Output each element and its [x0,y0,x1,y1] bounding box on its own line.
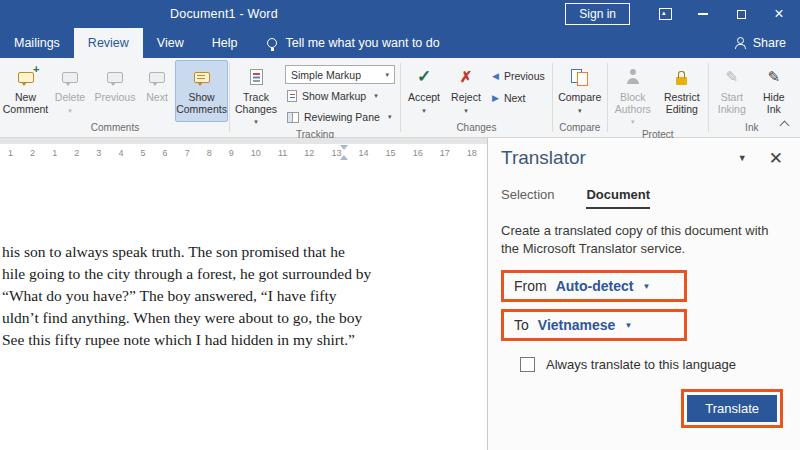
tell-me-label: Tell me what you want to do [285,36,439,50]
horizontal-ruler[interactable]: 12123456789101112131415161718 [0,144,487,161]
to-language-dropdown[interactable]: To Vietnamese ▼ [501,309,687,341]
indent-marker[interactable] [340,145,349,160]
ribbon-group-compare: Compare ▾ Compare [554,58,606,137]
share-button[interactable]: Share [734,28,786,58]
document-line: “What do you have?” The boy answered, “I… [2,285,487,307]
share-label: Share [753,36,786,50]
dropdown-caret-icon: ▾ [631,116,635,128]
ruler-number: 3 [96,148,101,158]
reject-x-icon: ✗ [460,71,473,83]
group-separator [229,63,230,132]
document-text[interactable]: his son to always speak truth. The son p… [0,241,487,351]
lightbulb-icon [267,38,277,48]
show-comments-icon [194,72,210,83]
group-label-changes: Changes [402,122,551,137]
minimize-icon [698,13,708,15]
restore-icon [737,10,746,19]
tab-review[interactable]: Review [74,28,143,58]
ribbon-group-protect: Block Authors ▾ Restrict Editing Protect [609,58,707,137]
delete-comment-button[interactable]: Delete ▾ [49,60,91,122]
ribbon-display-options-button[interactable] [646,0,684,28]
tab-help[interactable]: Help [198,28,252,58]
translator-description: Create a translated copy of this documen… [501,222,787,257]
dropdown-caret-icon: ▾ [385,71,389,79]
changes-nav-column: ◀ Previous ▶ Next [486,60,551,122]
start-inking-button[interactable]: ✎ Start Inking [710,60,754,122]
dropdown-caret-icon: ▾ [374,92,378,100]
always-translate-row: Always translate to this language [520,357,787,372]
document-area: 12123456789101112131415161718 his son to… [0,138,487,450]
minimize-button[interactable] [684,0,722,28]
hide-ink-button[interactable]: ✎ Hide Ink [754,60,794,122]
restrict-editing-button[interactable]: Restrict Editing [657,60,707,129]
restore-button[interactable] [722,0,760,28]
previous-arrow-icon: ◀ [492,71,499,81]
compare-icon [571,69,589,85]
pane-close-icon[interactable]: ✕ [765,148,787,169]
document-line: uldn’t find anything. When they were abo… [2,307,487,329]
ruler-number: 2 [30,148,35,158]
compare-button[interactable]: Compare ▾ [554,60,606,122]
dropdown-caret-icon: ▾ [422,105,426,117]
translate-button[interactable]: Translate [687,395,777,422]
accept-button[interactable]: ✓ Accept ▾ [402,60,446,122]
tab-view[interactable]: View [143,28,198,58]
ribbon-group-changes: ✓ Accept ▾ ✗ Reject ▾ ◀ Previous ▶ [402,58,551,137]
from-language-dropdown[interactable]: From Auto-detect ▼ [501,270,687,302]
dropdown-caret-icon: ▼ [624,321,632,330]
tab-selection[interactable]: Selection [501,187,554,209]
dropdown-caret-icon: ▾ [68,105,72,117]
display-for-review-dropdown[interactable]: Simple Markup ▾ [285,65,395,84]
reviewing-pane-icon [287,112,299,123]
track-changes-button[interactable]: Track Changes ▾ [231,60,281,129]
group-label-comments: Comments [2,122,228,137]
ruler-number: 12 [304,148,314,158]
to-value: Vietnamese [538,317,616,333]
pen-icon: ✎ [725,71,738,83]
dropdown-caret-icon: ▾ [464,105,468,117]
next-change-button[interactable]: ▶ Next [490,89,547,107]
pane-options-caret-icon[interactable]: ▼ [734,149,751,167]
ruler-number: 8 [207,148,212,158]
reviewing-pane-button[interactable]: Reviewing Pane ▾ [285,108,395,126]
pane-title: Translator [501,147,586,169]
tab-mailings[interactable]: Mailings [0,28,74,58]
previous-comment-button[interactable]: Previous [91,60,139,122]
show-comments-button[interactable]: Show Comments [175,60,228,122]
translator-pane: Translator ▼ ✕ Selection Document Create… [487,138,800,450]
previous-comment-icon [107,72,123,83]
new-comment-button[interactable]: New Comment [2,60,49,122]
next-comment-button[interactable]: Next [139,60,175,122]
sign-in-button[interactable]: Sign in [565,3,630,25]
ruler-number: 10 [251,148,261,158]
document-line: hile going to the city through a forest,… [2,263,487,285]
show-markup-button[interactable]: Show Markup ▾ [285,87,395,105]
from-label: From [514,278,547,294]
accept-check-icon: ✓ [417,71,431,83]
document-line: See this fifty rupee note which I had hi… [2,329,487,351]
ruler-number: 16 [413,148,423,158]
reject-button[interactable]: ✗ Reject ▾ [446,60,486,122]
close-button[interactable]: × [760,0,798,28]
workspace: 12123456789101112131415161718 his son to… [0,138,800,450]
ruler-number: 18 [467,148,477,158]
block-authors-button[interactable]: Block Authors ▾ [609,60,657,129]
next-arrow-icon: ▶ [492,93,499,103]
next-comment-icon [149,72,165,83]
tell-me-box[interactable]: Tell me what you want to do [267,28,439,58]
always-translate-checkbox[interactable] [520,357,535,372]
previous-change-button[interactable]: ◀ Previous [490,67,547,85]
ruler-number: 1 [52,148,57,158]
translator-tabs: Selection Document [501,187,787,209]
window-controls: Sign in × [565,0,798,28]
tab-document[interactable]: Document [586,187,650,209]
document-line: his son to always speak truth. The son p… [2,241,487,263]
ribbon-display-options-icon [659,8,672,20]
ruler-number: 15 [386,148,396,158]
ruler-number: 9 [229,148,234,158]
delete-comment-icon [62,72,78,83]
ruler-number: 14 [359,148,369,158]
ruler-number: 5 [140,148,145,158]
show-markup-icon [287,90,297,102]
ribbon-group-tracking: Track Changes ▾ Simple Markup ▾ Show Mar… [231,58,399,137]
